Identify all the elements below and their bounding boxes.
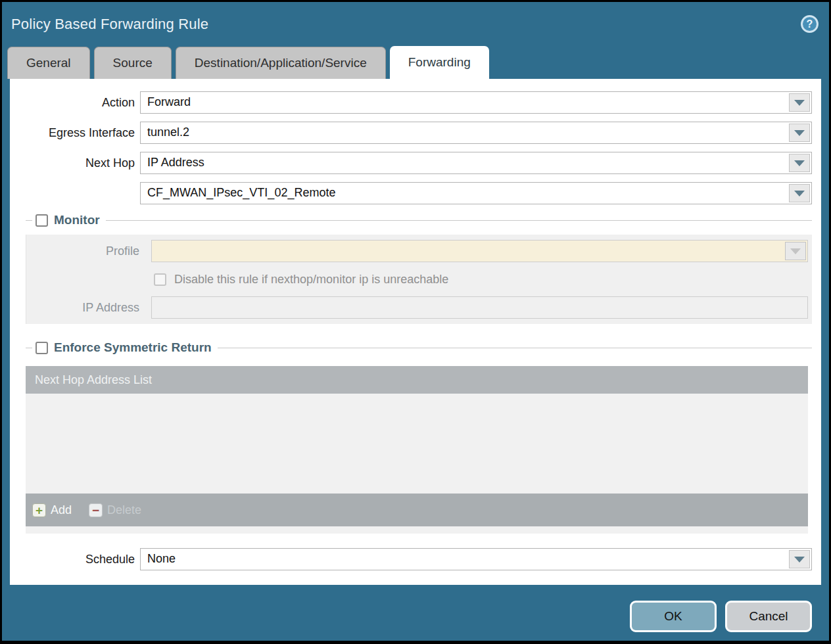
monitor-ip-value (152, 297, 807, 318)
action-dropdown-button[interactable] (789, 93, 810, 112)
profile-row: Profile (26, 240, 812, 262)
action-label: Action (10, 91, 140, 114)
chevron-down-icon (794, 160, 805, 166)
next-hop-row: Next Hop IP Address (10, 152, 812, 174)
egress-interface-dropdown-button[interactable] (789, 124, 810, 142)
fieldset-line (218, 348, 812, 348)
next-hop-type-dropdown-button[interactable] (789, 154, 810, 172)
profile-label: Profile (26, 240, 145, 262)
tab-panel-forwarding: Action Forward Egress Interface tunnel.2… (10, 79, 821, 585)
add-button[interactable]: + Add (32, 503, 72, 517)
next-hop-address-select[interactable]: CF_MWAN_IPsec_VTI_02_Remote (140, 182, 812, 204)
enforce-legend-label: Enforce Symmetric Return (54, 340, 218, 355)
chevron-down-icon (794, 557, 805, 563)
delete-button-label: Delete (107, 503, 141, 517)
egress-interface-label: Egress Interface (10, 122, 140, 144)
add-button-label: Add (51, 503, 72, 517)
next-hop-label: Next Hop (10, 152, 140, 174)
fieldset-line (26, 220, 32, 221)
action-value: Forward (141, 92, 788, 113)
egress-interface-select[interactable]: tunnel.2 (140, 122, 812, 144)
dialog-footer: OK Cancel (2, 585, 829, 641)
action-row: Action Forward (10, 91, 812, 114)
pbf-rule-dialog: Policy Based Forwarding Rule ? General S… (0, 0, 831, 644)
next-hop-address-row: CF_MWAN_IPsec_VTI_02_Remote (10, 182, 812, 204)
next-hop-address-value: CF_MWAN_IPsec_VTI_02_Remote (141, 183, 788, 204)
schedule-value: None (141, 549, 788, 570)
minus-icon: − (89, 503, 103, 517)
monitor-panel: Profile Disable this rule if nexthop/mon… (26, 235, 812, 324)
help-icon[interactable]: ? (801, 15, 819, 33)
tab-destination-application-service[interactable]: Destination/Application/Service (176, 47, 386, 79)
disable-rule-label: Disable this rule if nexthop/monitor ip … (174, 273, 448, 287)
monitor-checkbox[interactable] (36, 214, 48, 227)
chevron-down-icon (794, 100, 805, 106)
enforce-symmetric-return-checkbox[interactable] (36, 342, 48, 354)
fieldset-line (106, 220, 812, 221)
cancel-button[interactable]: Cancel (725, 601, 812, 632)
tab-bar: General Source Destination/Application/S… (2, 46, 829, 79)
schedule-select[interactable]: None (140, 548, 812, 570)
dialog-title: Policy Based Forwarding Rule (11, 16, 208, 33)
schedule-row: Schedule None (10, 548, 812, 570)
monitor-ip-input (151, 296, 808, 319)
enforce-legend: Enforce Symmetric Return (26, 340, 812, 356)
chevron-down-icon (790, 248, 801, 254)
next-hop-address-dropdown-button[interactable] (789, 184, 810, 202)
next-hop-address-spacer (10, 182, 140, 204)
enforce-symmetric-return-fieldset: Enforce Symmetric Return Next Hop Addres… (26, 340, 812, 534)
next-hop-address-list-table: Next Hop Address List + Add − Delete (26, 366, 808, 534)
tab-forwarding[interactable]: Forwarding (390, 46, 489, 79)
next-hop-address-list-body[interactable] (26, 394, 808, 494)
profile-dropdown-button (785, 242, 806, 260)
monitor-legend: Monitor (26, 212, 812, 228)
plus-icon: + (32, 503, 46, 517)
monitor-legend-label: Monitor (54, 213, 106, 227)
next-hop-address-list-column-header: Next Hop Address List (26, 366, 808, 394)
monitor-ip-row: IP Address (26, 296, 812, 319)
schedule-dropdown-button[interactable] (789, 550, 810, 568)
disable-rule-row: Disable this rule if nexthop/monitor ip … (154, 269, 812, 289)
action-select[interactable]: Forward (140, 91, 812, 114)
ok-button[interactable]: OK (630, 601, 717, 632)
chevron-down-icon (794, 191, 805, 196)
next-hop-type-value: IP Address (141, 152, 788, 173)
dialog-titlebar: Policy Based Forwarding Rule ? (2, 2, 829, 46)
monitor-ip-label: IP Address (26, 296, 145, 319)
delete-button: − Delete (89, 503, 141, 517)
fieldset-line (26, 348, 32, 348)
profile-select (151, 240, 808, 262)
monitor-fieldset: Monitor Profile Disable this rule if nex… (26, 212, 812, 324)
egress-interface-value: tunnel.2 (141, 122, 788, 143)
next-hop-type-select[interactable]: IP Address (140, 152, 812, 174)
tab-source[interactable]: Source (94, 47, 172, 79)
schedule-label: Schedule (10, 548, 140, 570)
profile-value (152, 241, 784, 262)
chevron-down-icon (794, 130, 805, 136)
disable-rule-checkbox (154, 273, 166, 286)
tab-general[interactable]: General (7, 47, 90, 79)
egress-interface-row: Egress Interface tunnel.2 (10, 122, 812, 144)
next-hop-address-list-toolbar: + Add − Delete (26, 494, 808, 526)
